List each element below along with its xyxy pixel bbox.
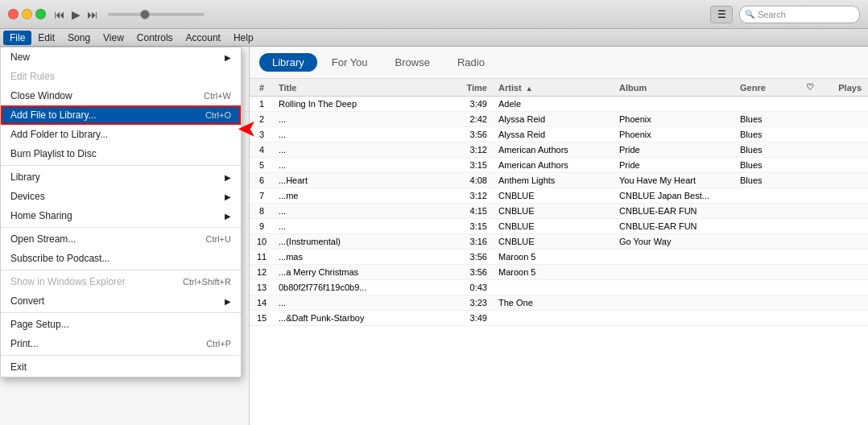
row-album: Pride xyxy=(614,145,735,155)
minimize-button[interactable] xyxy=(22,9,32,19)
row-title: ... xyxy=(274,145,453,155)
list-view-button[interactable]: ☰ xyxy=(710,6,733,23)
table-row[interactable]: 1 Rolling In The Deep 3:49 Adele xyxy=(250,97,868,112)
row-title: ...Heart xyxy=(274,175,453,185)
maximize-button[interactable] xyxy=(35,9,46,19)
col-header-artist[interactable]: Artist ▲ xyxy=(494,83,614,93)
col-header-genre[interactable]: Genre xyxy=(735,83,800,93)
row-title: ... xyxy=(274,130,453,139)
menu-item-open-stream---[interactable]: Open Stream...Ctrl+U xyxy=(1,229,241,249)
red-arrow-indicator: ➤ xyxy=(238,117,255,142)
menu-item-add-file-to-library---[interactable]: Add File to Library...Ctrl+O xyxy=(1,105,241,125)
table-row[interactable]: 13 0b80f2f776f119c0b9... 0:43 xyxy=(250,280,868,295)
row-num: 10 xyxy=(250,237,274,246)
menu-controls[interactable]: Controls xyxy=(130,31,180,45)
submenu-arrow: ▶ xyxy=(225,297,231,306)
row-artist: CNBLUE xyxy=(494,237,614,246)
row-genre: Blues xyxy=(735,114,800,124)
table-row[interactable]: 7 ...me 3:12 CNBLUE CNBLUE Japan Best... xyxy=(250,188,868,204)
menu-item-burn-playlist-to-disc[interactable]: Burn Playlist to Disc xyxy=(1,144,241,163)
col-header-title[interactable]: Title xyxy=(274,83,453,93)
tab-radio[interactable]: Radio xyxy=(444,53,498,72)
search-icon: 🔍 xyxy=(745,10,754,19)
col-header-num: # xyxy=(250,83,274,93)
menu-song[interactable]: Song xyxy=(61,31,97,45)
table-row[interactable]: 3 ... 3:56 Alyssa Reid Phoenix Blues xyxy=(250,127,868,142)
menu-item-home-sharing[interactable]: Home Sharing▶ xyxy=(1,206,241,225)
menu-view[interactable]: View xyxy=(97,31,130,45)
row-title: ... xyxy=(274,114,453,124)
table-row[interactable]: 11 ...mas 3:56 Maroon 5 xyxy=(250,250,868,265)
close-button[interactable] xyxy=(8,9,19,19)
menu-separator-16 xyxy=(1,312,241,313)
menu-help[interactable]: Help xyxy=(227,31,260,45)
menu-account[interactable]: Account xyxy=(180,31,227,45)
row-num: 15 xyxy=(250,313,274,323)
row-title: ...mas xyxy=(274,252,453,262)
menu-item-new[interactable]: New▶ xyxy=(1,47,241,67)
row-album: CNBLUE-EAR FUN xyxy=(614,206,735,216)
menu-item-label: Add File to Library... xyxy=(10,109,97,121)
row-num: 14 xyxy=(250,298,274,307)
row-time: 3:56 xyxy=(453,130,494,139)
menu-item-add-folder-to-library---[interactable]: Add Folder to Library... xyxy=(1,125,241,144)
row-artist: Adele xyxy=(494,99,614,109)
menu-edit[interactable]: Edit xyxy=(31,31,61,45)
tab-browse[interactable]: Browse xyxy=(382,53,443,72)
table-row[interactable]: 6 ...Heart 4:08 Anthem Lights You Have M… xyxy=(250,173,868,188)
search-box[interactable]: 🔍 Search xyxy=(739,6,860,23)
play-button[interactable]: ▶ xyxy=(72,8,81,21)
window-controls xyxy=(8,9,46,19)
table-row[interactable]: 4 ... 3:12 American Authors Pride Blues xyxy=(250,142,868,158)
col-header-album[interactable]: Album xyxy=(614,83,735,93)
table-row[interactable]: 8 ... 4:15 CNBLUE CNBLUE-EAR FUN xyxy=(250,204,868,219)
menu-item-devices[interactable]: Devices▶ xyxy=(1,187,241,206)
menu-item-label: Add Folder to Library... xyxy=(10,129,108,140)
menu-item-library[interactable]: Library▶ xyxy=(1,167,241,187)
table-row[interactable]: 15 ...&Daft Punk-Starboy 3:49 xyxy=(250,311,868,326)
row-num: 12 xyxy=(250,267,274,277)
menu-item-subscribe-to-podcast---[interactable]: Subscribe to Podcast... xyxy=(1,249,241,268)
row-album: Go Your Way xyxy=(614,237,735,246)
tab-library[interactable]: Library xyxy=(259,53,317,72)
submenu-arrow: ▶ xyxy=(225,192,231,201)
menu-item-label: Open Stream... xyxy=(10,233,76,245)
col-header-time[interactable]: Time xyxy=(453,83,494,93)
row-title: ... xyxy=(274,206,453,216)
row-artist: Maroon 5 xyxy=(494,252,614,262)
progress-thumb[interactable] xyxy=(140,10,150,19)
row-artist: The One xyxy=(494,298,614,307)
table-row[interactable]: 14 ... 3:23 The One xyxy=(250,295,868,311)
menu-item-page-setup---[interactable]: Page Setup... xyxy=(1,315,241,334)
menu-item-label: New xyxy=(10,52,30,63)
row-title: ...&Daft Punk-Starboy xyxy=(274,313,453,323)
menu-item-exit[interactable]: Exit xyxy=(1,357,241,377)
fast-forward-button[interactable]: ⏭ xyxy=(87,8,98,21)
table-row[interactable]: 10 ...(Instrumental) 3:16 CNBLUE Go Your… xyxy=(250,234,868,250)
row-artist: Alyssa Reid xyxy=(494,114,614,124)
sort-arrow-artist: ▲ xyxy=(526,85,533,93)
table-row[interactable]: 5 ... 3:15 American Authors Pride Blues xyxy=(250,158,868,173)
rewind-button[interactable]: ⏮ xyxy=(54,8,65,21)
row-time: 4:15 xyxy=(453,206,494,216)
row-album: CNBLUE Japan Best... xyxy=(614,191,735,200)
menu-file[interactable]: File xyxy=(3,31,31,45)
row-time: 3:49 xyxy=(453,313,494,323)
col-header-plays[interactable]: Plays xyxy=(820,83,868,93)
menu-item-label: Show in Windows Explorer xyxy=(10,276,126,287)
row-num: 9 xyxy=(250,221,274,231)
progress-bar[interactable] xyxy=(108,13,205,16)
menu-item-convert[interactable]: Convert▶ xyxy=(1,291,241,311)
menu-separator-6 xyxy=(1,165,241,166)
row-num: 13 xyxy=(250,283,274,292)
table-row[interactable]: 9 ... 3:15 CNBLUE CNBLUE-EAR FUN xyxy=(250,219,868,234)
menu-item-close-window[interactable]: Close WindowCtrl+W xyxy=(1,86,241,105)
content-area: Library For You Browse Radio # Title Tim… xyxy=(250,47,868,425)
table-row[interactable]: 2 ... 2:42 Alyssa Reid Phoenix Blues xyxy=(250,112,868,127)
row-artist: CNBLUE xyxy=(494,191,614,200)
transport-controls: ⏮ ▶ ⏭ xyxy=(54,8,205,21)
menu-item-print---[interactable]: Print...Ctrl+P xyxy=(1,334,241,353)
table-row[interactable]: 12 ...a Merry Christmas 3:56 Maroon 5 xyxy=(250,265,868,280)
menu-item-label: Burn Playlist to Disc xyxy=(10,148,97,159)
tab-for-you[interactable]: For You xyxy=(319,53,381,72)
